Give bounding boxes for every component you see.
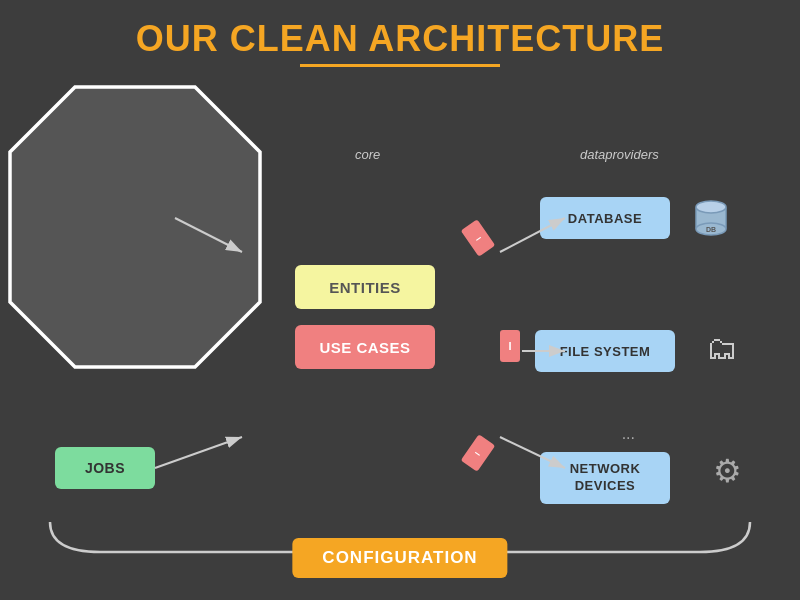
label-core: core	[355, 147, 380, 162]
svg-line-7	[155, 437, 242, 468]
badge-bottom-right: –	[461, 434, 496, 472]
database-box: DATABASE	[540, 197, 670, 239]
configuration-box: CONFIGURATION	[292, 538, 507, 578]
usecases-box: USE CASES	[295, 325, 435, 369]
title-underline	[300, 64, 500, 67]
dataproviders-ellipsis: ...	[622, 425, 635, 443]
svg-point-2	[696, 201, 726, 213]
svg-text:DB: DB	[706, 226, 716, 233]
diagram-area: entrypoints core dataproviders REST APIs…	[0, 77, 800, 597]
jobs-box: JOBS	[55, 447, 155, 489]
database-icon: DB	[690, 197, 732, 239]
entities-box: ENTITIES	[295, 265, 435, 309]
badge-right: I	[500, 330, 520, 362]
main-title: OUR CLEAN ARCHITECTURE	[0, 0, 800, 60]
octagon	[0, 77, 270, 377]
gear-icon: ⚙	[713, 452, 742, 490]
network-devices-box: NETWORKDEVICES	[540, 452, 670, 504]
filesystem-box: FILE SYSTEM	[535, 330, 675, 372]
svg-marker-0	[10, 87, 260, 367]
badge-top-right: –	[461, 219, 496, 257]
filesystem-icon: 🗂	[706, 330, 738, 367]
label-dataproviders: dataproviders	[580, 147, 659, 162]
